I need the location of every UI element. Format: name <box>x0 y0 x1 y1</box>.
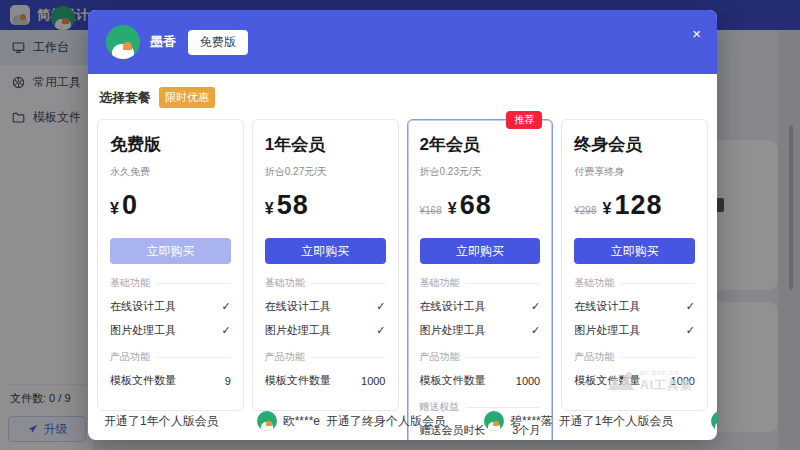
feature-row: 图片处理工具✓ <box>265 323 386 338</box>
plan-subtitle: 付费享终身 <box>574 165 695 179</box>
ticker-text: 开通了终身个人版会员 <box>326 413 446 430</box>
feature-row: 在线设计工具✓ <box>265 299 386 314</box>
buy-now-button[interactable]: 立即购买 <box>110 238 231 264</box>
plan-card-lifetime: 终身会员 付费享终身 ¥298 ¥ 128 立即购买 基础功能 在线设计工具✓ … <box>561 119 708 411</box>
buyer-name: 碧****落 <box>510 413 553 430</box>
feature-value: 1000 <box>361 375 385 387</box>
watermark: ai-bot.cn AI工具集 <box>608 368 693 394</box>
ticker-text: 开通了1年个人版会员 <box>104 413 219 430</box>
price-amount: 58 <box>277 190 309 221</box>
plan-price: ¥ 58 <box>265 190 386 224</box>
feature-label: 模板文件数量 <box>265 373 331 388</box>
feature-row: 在线设计工具✓ <box>574 299 695 314</box>
section-title: 基础功能 <box>420 276 541 290</box>
plan-subtitle: 永久免费 <box>110 165 231 179</box>
feature-row: 模板文件数量9 <box>110 373 231 388</box>
ticker-item: 欧****e 开通了终身个人版会员 <box>257 411 446 431</box>
modal-body: 选择套餐 限时优惠 免费版 永久免费 ¥ 0 立即购买 基础功能 在线设计工具✓… <box>88 74 717 440</box>
ticker-item: 开通了1年个人版会员 <box>98 411 219 431</box>
currency-symbol: ¥ <box>265 200 274 218</box>
buy-now-button[interactable]: 立即购买 <box>574 238 695 264</box>
section-title: 产品功能 <box>420 350 541 364</box>
plan-name: 免费版 <box>110 133 231 156</box>
plan-cards: 免费版 永久免费 ¥ 0 立即购买 基础功能 在线设计工具✓ 图片处理工具✓ 产… <box>97 119 708 440</box>
feature-label: 在线设计工具 <box>110 299 176 314</box>
plan-subtitle: 折合0.27元/天 <box>265 165 386 179</box>
buyer-avatar <box>484 411 504 431</box>
buyer-avatar <box>257 411 277 431</box>
feature-label: 在线设计工具 <box>420 299 486 314</box>
watermark-name: AI工具集 <box>640 377 693 394</box>
feature-value: 9 <box>225 375 231 387</box>
section-title: 产品功能 <box>265 350 386 364</box>
original-price: ¥298 <box>574 205 596 216</box>
recommend-badge: 推荐 <box>506 111 542 129</box>
watermark-logo-icon <box>608 372 634 390</box>
section-title: 基础功能 <box>574 276 695 290</box>
price-amount: 128 <box>614 190 662 221</box>
plan-price: ¥ 0 <box>110 190 231 224</box>
ticker-item: 碧****落 开通了1年个人版会员 <box>484 411 673 431</box>
check-icon: ✓ <box>222 324 231 337</box>
check-icon: ✓ <box>376 300 385 313</box>
tab-choose-plan[interactable]: 选择套餐 <box>99 89 151 107</box>
plan-card-2year: 推荐 2年会员 折合0.23元/天 ¥168 ¥ 68 立即购买 基础功能 在线… <box>407 119 554 440</box>
purchase-ticker: 开通了1年个人版会员 欧****e 开通了终身个人版会员 碧****落 开通了1… <box>98 411 717 431</box>
buy-now-button[interactable]: 立即购买 <box>420 238 541 264</box>
feature-row: 模板文件数量1000 <box>265 373 386 388</box>
feature-row: 图片处理工具✓ <box>110 323 231 338</box>
buyer-avatar <box>711 411 717 431</box>
promo-badge: 限时优惠 <box>159 87 215 108</box>
price-amount: 68 <box>460 190 492 221</box>
feature-row: 图片处理工具✓ <box>420 323 541 338</box>
close-icon[interactable]: × <box>692 26 701 41</box>
feature-row: 在线设计工具✓ <box>420 299 541 314</box>
plan-card-free: 免费版 永久免费 ¥ 0 立即购买 基础功能 在线设计工具✓ 图片处理工具✓ 产… <box>97 119 244 411</box>
watermark-url: ai-bot.cn <box>640 368 693 377</box>
feature-label: 模板文件数量 <box>110 373 176 388</box>
feature-label: 在线设计工具 <box>265 299 331 314</box>
plan-subtitle: 折合0.23元/天 <box>420 165 541 179</box>
check-icon: ✓ <box>376 324 385 337</box>
section-title: 产品功能 <box>574 350 695 364</box>
feature-row: 模板文件数量1000 <box>420 373 541 388</box>
current-plan-badge[interactable]: 免费版 <box>188 30 248 55</box>
plan-card-1year: 1年会员 折合0.27元/天 ¥ 58 立即购买 基础功能 在线设计工具✓ 图片… <box>252 119 399 411</box>
ticker-text: 开通了1年个人版会员 <box>559 413 674 430</box>
currency-symbol: ¥ <box>110 200 119 218</box>
check-icon: ✓ <box>686 300 695 313</box>
price-amount: 0 <box>122 190 138 221</box>
plan-price: ¥298 ¥ 128 <box>574 190 695 224</box>
plan-name: 1年会员 <box>265 133 386 156</box>
check-icon: ✓ <box>531 324 540 337</box>
feature-value: 1000 <box>516 375 540 387</box>
check-icon: ✓ <box>686 324 695 337</box>
plan-name: 2年会员 <box>420 133 541 156</box>
original-price: ¥168 <box>420 205 442 216</box>
feature-row: 在线设计工具✓ <box>110 299 231 314</box>
feature-label: 图片处理工具 <box>574 323 640 338</box>
buyer-name: 欧****e <box>283 413 320 430</box>
section-title: 产品功能 <box>110 350 231 364</box>
feature-label: 图片处理工具 <box>420 323 486 338</box>
section-title: 基础功能 <box>110 276 231 290</box>
plan-name: 终身会员 <box>574 133 695 156</box>
currency-symbol: ¥ <box>603 200 612 218</box>
user-name: 墨香 <box>150 33 176 51</box>
feature-label: 图片处理工具 <box>265 323 331 338</box>
feature-label: 在线设计工具 <box>574 299 640 314</box>
tab-row: 选择套餐 限时优惠 <box>97 87 708 108</box>
feature-row: 图片处理工具✓ <box>574 323 695 338</box>
ticker-item: 云****轻 开通了1年个人版会员 <box>711 411 717 431</box>
check-icon: ✓ <box>531 300 540 313</box>
feature-label: 模板文件数量 <box>420 373 486 388</box>
check-icon: ✓ <box>222 300 231 313</box>
user-avatar <box>106 25 140 59</box>
modal-header: 墨香 免费版 × <box>88 10 717 74</box>
feature-label: 图片处理工具 <box>110 323 176 338</box>
currency-symbol: ¥ <box>448 200 457 218</box>
pricing-modal: 墨香 免费版 × 选择套餐 限时优惠 免费版 永久免费 ¥ 0 立即购买 基础功… <box>88 10 717 440</box>
buy-now-button[interactable]: 立即购买 <box>265 238 386 264</box>
plan-price: ¥168 ¥ 68 <box>420 190 541 224</box>
section-title: 基础功能 <box>265 276 386 290</box>
